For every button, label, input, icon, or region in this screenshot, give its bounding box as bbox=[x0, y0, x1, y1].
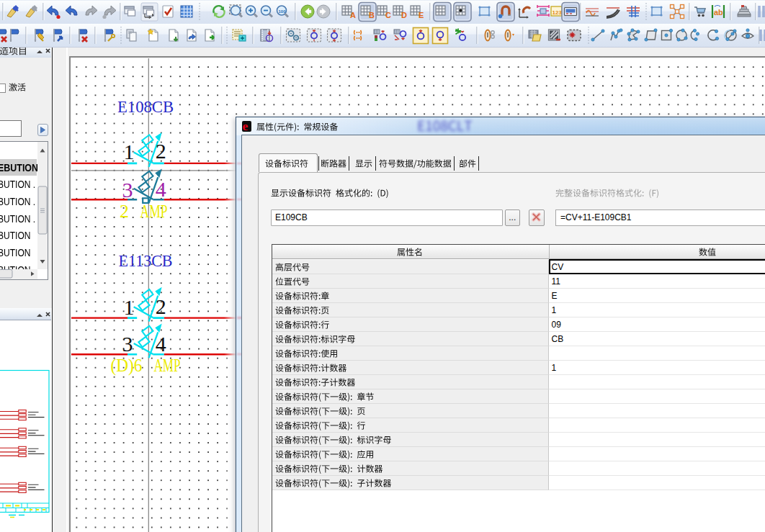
svg-text:AMP: AMP bbox=[140, 201, 168, 222]
svg-text:2: 2 bbox=[156, 139, 166, 163]
svg-text:1: 1 bbox=[124, 140, 135, 163]
svg-text:E108CB: E108CB bbox=[117, 97, 174, 116]
svg-text:3: 3 bbox=[122, 332, 133, 356]
svg-text:4: 4 bbox=[156, 177, 166, 201]
svg-text:ab: ab bbox=[714, 8, 723, 17]
svg-text:3: 3 bbox=[122, 178, 133, 202]
svg-text:C: C bbox=[385, 11, 391, 19]
svg-text:100: 100 bbox=[279, 9, 287, 14]
svg-text:2: 2 bbox=[120, 201, 129, 222]
svg-text:4: 4 bbox=[156, 332, 166, 356]
svg-text:123: 123 bbox=[552, 9, 563, 16]
svg-text:E113CB: E113CB bbox=[119, 251, 173, 270]
svg-text:2: 2 bbox=[156, 294, 166, 318]
svg-text:1: 1 bbox=[124, 295, 135, 319]
svg-text:E: E bbox=[419, 11, 424, 19]
svg-text:AMP: AMP bbox=[154, 355, 181, 376]
svg-text:e: e bbox=[243, 122, 249, 131]
svg-text:(D)6: (D)6 bbox=[111, 355, 143, 376]
svg-text:D: D bbox=[401, 11, 407, 19]
svg-text:A: A bbox=[350, 11, 356, 19]
svg-text:B: B bbox=[369, 11, 375, 19]
